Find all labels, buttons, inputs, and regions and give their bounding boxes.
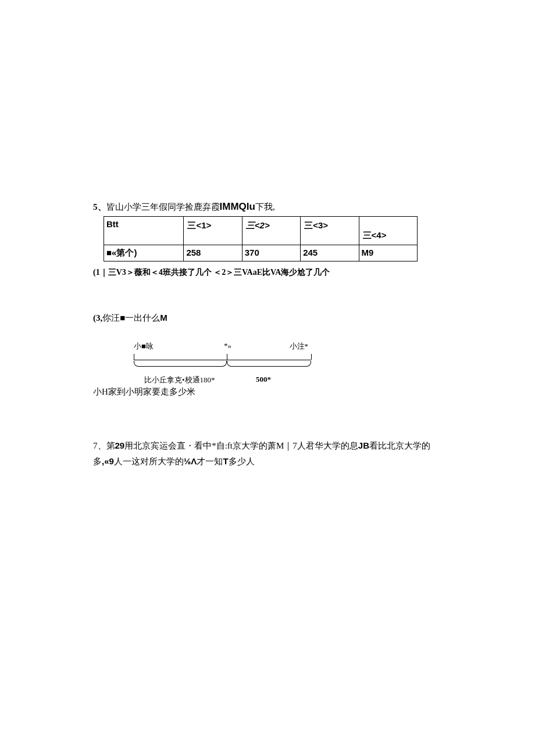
table-cell-1-2: 370 <box>242 245 300 261</box>
q5-subquestions: (1｜三V3＞薇和＜4班共接了几个 ＜2＞三VAaE比VA海少尬了几个 <box>93 267 442 278</box>
q5-text-a: 皆山小学三年假同学捡鹿弃霞 <box>106 202 220 212</box>
table-cell-1-3: 245 <box>301 245 359 261</box>
table-header-4: 三<4> <box>359 217 417 245</box>
q3-num: (3, <box>93 313 102 323</box>
q7-t1d: JB <box>358 440 369 450</box>
q5-text-c: 下我, <box>255 202 275 212</box>
diagram-label-right: 小注* <box>290 341 309 352</box>
q7-t1b: 29 <box>115 440 125 450</box>
q7-t1c: 用北京宾运会直・看中*自:ft京大学的萧M｜7人君华大学的息 <box>124 441 358 450</box>
table-header-0: Btt <box>104 217 184 245</box>
q7-num: 7、 <box>93 441 106 450</box>
diagram-label-left: 小■咏 <box>134 341 154 352</box>
q7-t2c: 人一这对所大学的 <box>114 457 184 466</box>
q7-t2g: 多少人 <box>229 457 255 466</box>
diagram-bottom-left: 比小丘拿克•校通180* <box>144 375 215 385</box>
table-cell-1-1: 258 <box>184 245 242 261</box>
q7-t2a: 多 <box>93 457 102 466</box>
distance-diagram: 小■咏 *» 小注* 比小丘拿克•校通180* 500* <box>134 341 320 376</box>
q3-text-a: 你汪■一出什么 <box>102 313 160 323</box>
q6-text: 小H家到小明家要走多少米 <box>93 386 442 397</box>
tick-icon <box>227 354 227 360</box>
bracket-icon <box>134 361 227 367</box>
q5-title: 5、皆山小学三年假同学捡鹿弃霞IMMQIu下我, <box>93 201 442 213</box>
q7-t2b: ,«9 <box>102 456 114 466</box>
q7-t1a: 第 <box>106 441 115 450</box>
diagram-bottom-right: 500* <box>256 375 271 384</box>
q3-title: (3,你汪■一出什么M <box>93 313 442 324</box>
q7-block: 7、第29用北京宾运会直・看中*自:ft京大学的萧M｜7人君华大学的息JB看比北… <box>93 438 442 469</box>
horizontal-line <box>134 360 311 360</box>
table-cell-1-0: ■«第个) <box>104 245 184 261</box>
q5-text-b: IMMQIu <box>220 201 255 212</box>
q7-t2f: T <box>223 456 228 466</box>
q7-t2d: ⅛Λ <box>184 456 197 466</box>
table-header-3: 三<3> <box>301 217 359 245</box>
q7-t2e: 才一知 <box>197 457 223 466</box>
table-cell-1-4: M9 <box>359 245 417 261</box>
tick-icon <box>134 354 134 360</box>
table-header-2: 三<2> <box>242 217 300 245</box>
table-header-1: 三<1> <box>184 217 242 245</box>
diagram-line <box>134 354 320 362</box>
bracket-icon <box>227 361 311 367</box>
q5-table: Btt 三<1> 三<2> 三<3> 三<4> ■«第个) 258 370 24… <box>104 216 418 261</box>
q5-num: 5、 <box>93 202 106 212</box>
tick-icon <box>311 354 312 360</box>
diagram-label-mid: *» <box>224 341 231 350</box>
q7-t1e: 看比北京大学的 <box>369 441 430 450</box>
q3-text-b: M <box>160 313 167 323</box>
